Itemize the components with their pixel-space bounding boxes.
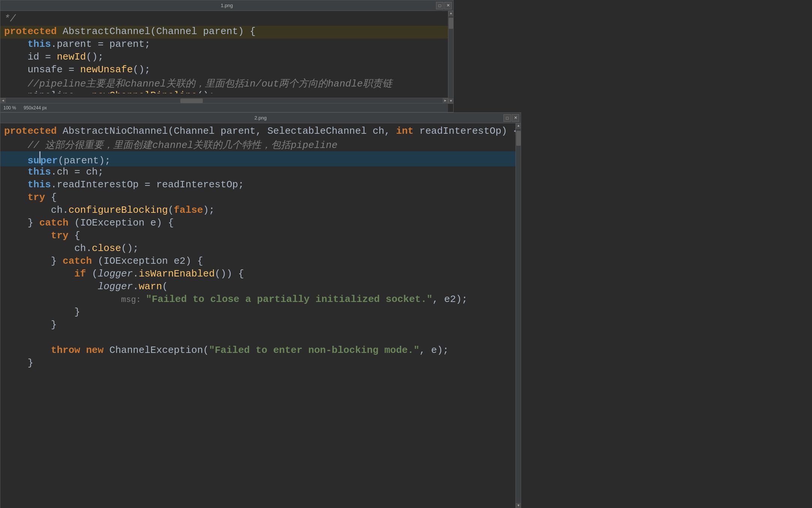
code-logger-italic-2: logger <box>98 281 133 292</box>
string-failed-close: "Failed to close a partially initialized… <box>146 294 433 305</box>
code-line-try-2: try { <box>0 230 515 243</box>
scroll-up-1[interactable]: ▲ <box>448 11 454 16</box>
keyword-super-2: per <box>40 155 58 166</box>
code-line-comment-end: */ <box>0 13 448 26</box>
code-abstractniochannel: AbstractNioChannel( <box>57 126 174 137</box>
keyword-new: new <box>86 345 103 356</box>
code-iswarn-paren: ()) { <box>215 268 244 279</box>
code-catch-ioexception: (IOException e) { <box>69 217 174 229</box>
indent-space <box>4 39 27 50</box>
code-line-this-ch: this .ch = ch; <box>0 166 515 179</box>
keyword-protected: protected <box>4 26 57 37</box>
scroll-up-2[interactable]: ▲ <box>516 123 521 128</box>
code-line-empty <box>0 332 515 345</box>
indent-space-3: unsafe = <box>4 64 80 75</box>
code-area-2: protected AbstractNioChannel( Channel pa… <box>0 123 521 508</box>
code-line-this-parent: this .parent = parent; <box>0 39 448 51</box>
string-failed-enter: "Failed to enter non-blocking mode." <box>209 345 419 356</box>
code-line-catch-1: } catch (IOException e) { <box>0 217 515 230</box>
code-line-close-if: } <box>0 306 515 319</box>
code-param-readop: readInterestOp) { <box>413 126 519 137</box>
code-line-pipeline: pipeline = newChannelPipeline (); <box>0 90 448 93</box>
code-line-catch-2: } catch (IOException e2) { <box>0 255 515 268</box>
code-line-abstractchannel: protected AbstractChannel( Channel paren… <box>0 26 448 39</box>
keyword-catch-1: catch <box>39 217 69 229</box>
window-controls-1[interactable]: □ ✕ <box>436 2 452 9</box>
keyword-if: if <box>74 268 86 279</box>
code-paren-unsafe: (); <box>133 64 150 75</box>
close-button-2[interactable]: ✕ <box>512 114 519 122</box>
code-catch-e2: (IOException e2) { <box>92 255 203 267</box>
indent-close-catch2: } <box>4 319 57 330</box>
scroll-thumb-1[interactable] <box>449 18 453 29</box>
restore-button-1[interactable]: □ <box>436 2 443 9</box>
code-line-try-1: try { <box>0 192 515 205</box>
code-line-abstractniochannel: protected AbstractNioChannel( Channel pa… <box>0 126 515 138</box>
keyword-this-1: this <box>27 39 51 50</box>
code-area-1: */ protected AbstractChannel( Channel pa… <box>0 11 453 93</box>
method-iswarn: isWarnEnabled <box>139 268 215 279</box>
indent-if <box>4 268 74 279</box>
scrollbar-v-2[interactable]: ▲ ▼ <box>515 123 521 508</box>
window-1: 1.png □ ✕ ▲ ▼ */ protected AbstractChann… <box>0 0 454 112</box>
code-line-configure-blocking: ch. configureBlocking ( false ); <box>0 205 515 217</box>
scroll-down-1[interactable]: ▼ <box>448 99 454 104</box>
scroll-right-1[interactable]: ▶ <box>443 98 448 103</box>
indent-configure: ch. <box>4 205 69 216</box>
keyword-try-1: try <box>27 192 45 203</box>
keyword-this-ch: this <box>27 166 51 178</box>
method-configureblocking: configureBlocking <box>69 205 168 216</box>
indent-throw <box>4 345 51 356</box>
close-button-1[interactable]: ✕ <box>444 2 452 9</box>
method-warn: warn <box>139 281 162 292</box>
indent-super <box>4 155 27 166</box>
code-try-brace: { <box>45 192 57 203</box>
code-iswarn: . <box>133 268 139 279</box>
code-line-super: su per (parent); <box>0 151 515 166</box>
keyword-catch-2: catch <box>63 255 92 267</box>
code-paren-id: (); <box>86 51 103 63</box>
code-super-paren: (parent); <box>58 155 110 166</box>
code-if-paren: ( <box>86 268 97 279</box>
code-line-close-try1: } <box>0 357 515 370</box>
code-dot-warn: . <box>133 281 139 292</box>
indent-space-2: id = <box>4 51 57 63</box>
comment-important: // 这部分很重要，里面创建channel关联的几个特性，包括pipeline <box>4 138 337 151</box>
code-paren-blocking: ( <box>168 205 174 216</box>
code-line-comment-2: // 这部分很重要，里面创建channel关联的几个特性，包括pipeline <box>0 138 515 151</box>
scroll-thumb-h-1[interactable] <box>180 99 203 103</box>
indent-space-4: pipeline = <box>4 90 92 93</box>
keyword-int: int <box>396 126 413 137</box>
code-line-throw: throw new ChannelException( "Failed to e… <box>0 345 515 357</box>
keyword-false: false <box>174 205 203 216</box>
indent-this-ch <box>4 166 27 178</box>
window-2: 2.png □ ✕ protected AbstractNioChannel( … <box>0 112 521 508</box>
indent-close-try1: } <box>4 357 33 369</box>
code-logger-italic: logger <box>98 268 133 279</box>
title-bar-2: 2.png □ ✕ <box>0 113 521 123</box>
scrollbar-h-1[interactable]: ◀ ▶ <box>0 98 448 103</box>
code-text: */ <box>4 13 16 24</box>
scroll-thumb-2[interactable] <box>516 131 521 146</box>
scroll-left-1[interactable]: ◀ <box>0 98 6 103</box>
title-2: 2.png <box>255 115 267 121</box>
code-e2-paren: , e2); <box>433 294 468 305</box>
keyword-try-2: try <box>51 230 69 241</box>
code-warn-paren: ( <box>162 281 168 292</box>
code-line-msg: msg: "Failed to close a partially initia… <box>0 294 515 306</box>
code-paren-pipeline: (); <box>197 90 215 93</box>
code-paren-blocking-end: ); <box>203 205 215 216</box>
indent-close-ch: ch. <box>4 243 92 254</box>
restore-button-2[interactable]: □ <box>503 114 511 122</box>
method-close: close <box>92 243 121 254</box>
code-try-brace-2: { <box>69 230 80 241</box>
scrollbar-v-1[interactable]: ▲ ▼ <box>448 11 453 104</box>
method-newunsafe: newUnsafe <box>80 64 133 75</box>
window-controls-2[interactable]: □ ✕ <box>503 114 519 122</box>
empty-space <box>4 332 10 343</box>
code-dot-parent: .parent = parent; <box>51 39 150 50</box>
scroll-down-2[interactable]: ▼ <box>516 503 521 508</box>
code-paren-close: (); <box>121 243 139 254</box>
indent-try-2 <box>4 230 51 241</box>
indent-catch-2: } <box>4 255 63 267</box>
